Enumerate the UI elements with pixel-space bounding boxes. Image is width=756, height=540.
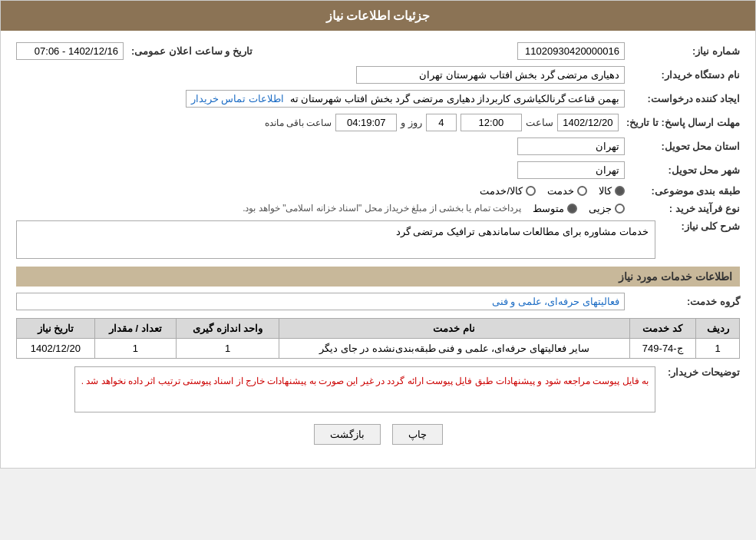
category-kala-label: کالا bbox=[599, 185, 612, 197]
description-value: خدمات مشاوره برای مطالعات ساماندهی ترافی… bbox=[16, 220, 655, 259]
buyer-notes-row: توضیحات خریدار: به فایل پیوست مراجعه شود… bbox=[16, 366, 740, 412]
col-qty: تعداد / مقدار bbox=[94, 319, 176, 339]
category-kala-khedmat: کالا/خدمت bbox=[480, 185, 536, 197]
deadline-time: 12:00 bbox=[461, 114, 522, 131]
request-number-value: 11020930420000016 bbox=[517, 42, 625, 60]
cell-qty: 1 bbox=[94, 339, 176, 359]
city-value: تهران bbox=[517, 161, 625, 179]
col-service-name: نام خدمت bbox=[279, 319, 629, 339]
request-number-label: شماره نیاز: bbox=[625, 45, 740, 57]
category-row: طبقه بندی موضوعی: کالا خدمت کالا/خدمت bbox=[16, 185, 740, 197]
deadline-remaining-label: ساعت باقی مانده bbox=[265, 118, 332, 128]
deadline-date: 1402/12/20 bbox=[557, 114, 619, 131]
process-row: نوع فرآیند خرید : جزیی متوسط پرداخت تمام… bbox=[16, 203, 740, 214]
requester-row: ایجاد کننده درخواست: بهمن قناعت گرنالکیا… bbox=[16, 90, 740, 108]
buyer-notes-label: توضیحات خریدار: bbox=[655, 366, 740, 378]
cell-date: 1402/12/20 bbox=[17, 339, 95, 359]
buyer-org-value: دهیاری مرتضی گرد بخش افتاب شهرستان تهران bbox=[356, 66, 625, 84]
province-label: استان محل تحویل: bbox=[625, 141, 740, 152]
deadline-label: مهلت ارسال پاسخ: تا تاریخ: bbox=[619, 117, 740, 128]
page-title: جزئیات اطلاعات نیاز bbox=[326, 9, 431, 22]
deadline-datetime: 1402/12/20 ساعت 12:00 4 روز و 04:19:07 س… bbox=[265, 114, 619, 131]
table-header: ردیف کد خدمت نام خدمت واحد اندازه گیری ت… bbox=[17, 319, 740, 339]
group-service-link[interactable]: فعالیتهای حرفه‌ای، علمی و فنی bbox=[492, 296, 619, 307]
col-date: تاریخ نیاز bbox=[17, 319, 95, 339]
city-label: شهر محل تحویل: bbox=[625, 164, 740, 176]
province-value: تهران bbox=[517, 137, 625, 155]
request-number-row: شماره نیاز: 11020930420000016 تاریخ و سا… bbox=[16, 42, 740, 60]
main-content: شماره نیاز: 11020930420000016 تاریخ و سا… bbox=[1, 31, 755, 468]
city-row: شهر محل تحویل: تهران bbox=[16, 161, 740, 179]
process-motavaset: متوسط bbox=[533, 203, 577, 214]
deadline-days-label: روز و bbox=[401, 117, 422, 128]
process-note: پرداخت تمام یا بخشی از مبلغ خریداز محل "… bbox=[243, 203, 521, 214]
buttons-row: چاپ بازگشت bbox=[16, 424, 740, 445]
process-jozii-label: جزیی bbox=[589, 203, 612, 214]
services-tbody: 1ج-74-749سایر فعالیتهای حرفه‌ای، علمی و … bbox=[17, 339, 740, 359]
col-unit: واحد اندازه گیری bbox=[177, 319, 279, 339]
services-table: ردیف کد خدمت نام خدمت واحد اندازه گیری ت… bbox=[16, 318, 740, 359]
back-button[interactable]: بازگشت bbox=[314, 424, 381, 445]
requester-value-box: بهمن قناعت گرنالکیاشری کاربرداز دهیاری م… bbox=[186, 90, 625, 108]
radio-kala-icon bbox=[615, 186, 625, 196]
buyer-org-row: نام دستگاه خریدار: دهیاری مرتضی گرد بخش … bbox=[16, 66, 740, 84]
category-label: طبقه بندی موضوعی: bbox=[625, 185, 740, 197]
category-khedmat-label: خدمت bbox=[547, 185, 574, 197]
category-kala: کالا bbox=[599, 185, 625, 197]
description-row: شرح کلی نیاز: خدمات مشاوره برای مطالعات … bbox=[16, 220, 740, 259]
table-header-row: ردیف کد خدمت نام خدمت واحد اندازه گیری ت… bbox=[17, 319, 740, 339]
group-service-label: گروه خدمت: bbox=[625, 296, 740, 307]
buyer-org-label: نام دستگاه خریدار: bbox=[625, 69, 740, 81]
services-section-header: اطلاعات خدمات مورد نیاز bbox=[16, 267, 740, 287]
col-service-code: کد خدمت bbox=[629, 319, 696, 339]
radio-jozii-icon bbox=[615, 204, 625, 214]
requester-text: بهمن قناعت گرنالکیاشری کاربرداز دهیاری م… bbox=[290, 93, 619, 104]
requester-label: ایجاد کننده درخواست: bbox=[625, 93, 740, 104]
radio-kala-khedmat-icon bbox=[526, 186, 536, 196]
announcement-date-label: تاریخ و ساعت اعلان عمومی: bbox=[124, 45, 253, 57]
col-row-num: ردیف bbox=[696, 319, 740, 339]
category-kala-khedmat-label: کالا/خدمت bbox=[480, 185, 523, 197]
category-khedmat: خدمت bbox=[547, 185, 587, 197]
deadline-time-label: ساعت bbox=[526, 117, 553, 128]
process-motavaset-label: متوسط bbox=[533, 203, 564, 214]
buyer-notes-value: به فایل پیوست مراجعه شود و پیشنهادات طبق… bbox=[74, 366, 655, 412]
group-service-value: فعالیتهای حرفه‌ای، علمی و فنی bbox=[16, 293, 625, 310]
table-row: 1ج-74-749سایر فعالیتهای حرفه‌ای، علمی و … bbox=[17, 339, 740, 359]
group-service-row: گروه خدمت: فعالیتهای حرفه‌ای، علمی و فنی bbox=[16, 293, 740, 310]
page-wrapper: جزئیات اطلاعات نیاز شماره نیاز: 11020930… bbox=[0, 0, 756, 469]
radio-motavaset-icon bbox=[567, 204, 577, 214]
category-options: کالا خدمت کالا/خدمت bbox=[480, 185, 625, 197]
announcement-date-value: 1402/12/16 - 07:06 bbox=[16, 42, 124, 60]
deadline-remaining: 04:19:07 bbox=[335, 114, 397, 131]
cell-service-name: سایر فعالیتهای حرفه‌ای، علمی و فنی طبقه‌… bbox=[279, 339, 629, 359]
requester-link[interactable]: اطلاعات تماس خریدار bbox=[191, 93, 284, 104]
deadline-days: 4 bbox=[426, 114, 457, 131]
cell-unit: 1 bbox=[177, 339, 279, 359]
page-header: جزئیات اطلاعات نیاز bbox=[1, 1, 755, 31]
cell-service-code: ج-74-749 bbox=[629, 339, 696, 359]
services-table-container: ردیف کد خدمت نام خدمت واحد اندازه گیری ت… bbox=[16, 318, 740, 359]
process-jozii: جزیی bbox=[589, 203, 625, 214]
radio-khedmat-icon bbox=[577, 186, 587, 196]
cell-row-num: 1 bbox=[696, 339, 740, 359]
deadline-row: مهلت ارسال پاسخ: تا تاریخ: 1402/12/20 سا… bbox=[16, 114, 740, 131]
process-label: نوع فرآیند خرید : bbox=[625, 203, 740, 214]
description-label: شرح کلی نیاز: bbox=[655, 220, 740, 232]
print-button[interactable]: چاپ bbox=[392, 424, 443, 445]
province-row: استان محل تحویل: تهران bbox=[16, 137, 740, 155]
process-options: جزیی متوسط پرداخت تمام یا بخشی از مبلغ خ… bbox=[243, 203, 625, 214]
